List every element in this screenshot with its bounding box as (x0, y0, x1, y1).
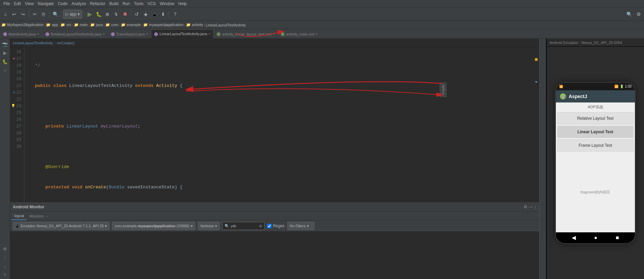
toolbar: ⌂ ↩ ↪ ✂ ⎘ 🔍 ▷ app ▾ ▶ 🐛 ⊕ ↯ ■ ↺ ◈ 📱 ⬇ ? … (0, 7, 644, 21)
verbose-selector[interactable]: Verbose ▾ (198, 222, 220, 230)
phone-btn-relative[interactable]: Relative Layout Test (557, 112, 634, 124)
phone-back-btn[interactable]: ◀ (572, 234, 576, 241)
package-selector[interactable]: com.example.myaspectjapplication (15966)… (112, 222, 195, 230)
menu-window[interactable]: Window (158, 1, 176, 6)
package-chevron: ▾ (191, 224, 193, 228)
toolbar-redo[interactable]: ↪ (19, 10, 27, 18)
scroll-indicator (535, 81, 537, 83)
app-selector[interactable]: ▷ app ▾ (63, 10, 82, 19)
toolbar-cut[interactable]: ✂ (31, 10, 39, 18)
toolbar-undo[interactable]: ↩ (10, 10, 18, 18)
tab-linearlayout[interactable]: ⬤ LinearLayoutTestActivity.java × (151, 29, 213, 38)
menu-navigate[interactable]: Navigate (36, 1, 56, 6)
breadcrumb-app[interactable]: 📁 app (46, 23, 58, 27)
menu-code[interactable]: Code (56, 1, 70, 6)
debug-button[interactable]: 🐛 (95, 10, 103, 18)
settings-button[interactable]: ⚙ (635, 10, 643, 18)
phone-content: AOP实战 Relative Layout Test Linear Layout… (556, 102, 635, 232)
warning-indicator (535, 58, 538, 61)
left-icon-bottom4[interactable]: ? (1, 271, 9, 279)
phone-btn-linear[interactable]: Linear Layout Test (557, 126, 634, 138)
line-num-25: 25 (10, 110, 21, 116)
toolbar-home[interactable]: ⌂ (1, 10, 9, 18)
phone-mockup: 📶 📶 🔋 1:30 🤖 AspectJ AOP实战 Relative Layo… (555, 82, 636, 244)
phone-btn-frame[interactable]: Frame Layout Test (557, 139, 634, 152)
menu-file[interactable]: File (1, 1, 12, 6)
monitor-tab-monitors[interactable]: Monitors → (27, 212, 51, 220)
stop-button[interactable]: ■ (121, 10, 129, 18)
code-editor[interactable]: 16 ●17 18 19 20 21 ◎22 23 💡24 25 26 27 2… (10, 47, 539, 202)
monitor-tab-logcat[interactable]: logcat (11, 212, 27, 220)
monitor-controls: 📱 Emulator Nexus_5X_API_25 Android 7.1.1… (10, 220, 539, 232)
search-everywhere[interactable]: 🔍 (625, 10, 633, 18)
phone-nav-bar: ◀ ● ■ (556, 232, 635, 243)
tab-close-mainactivity[interactable]: × (37, 32, 39, 36)
tab-close-main-xml[interactable]: × (316, 32, 318, 36)
breadcrumb-project[interactable]: 📁 MyAspectJApplication (1, 23, 44, 27)
left-icon-camera[interactable]: 📷 (1, 40, 9, 48)
tab-relativelayout[interactable]: ⬤ RelativeLayoutTestActivity.java × (42, 29, 108, 38)
sdk-manager[interactable]: ⬇ (159, 10, 167, 18)
breadcrumb-activity[interactable]: 📁 activity (186, 23, 203, 27)
help-button[interactable]: ? (171, 10, 179, 18)
tab-linearlayout-xml[interactable]: ⬤ activity_linear_layout_test.xml × (213, 29, 278, 38)
tab-close-traceaspect[interactable]: × (146, 32, 148, 36)
monitor-settings-icon[interactable]: ⚙ (523, 204, 527, 209)
breadcrumb-myaspect[interactable]: 📁 myaspectjapplication (143, 23, 183, 27)
monitor-restore-icon[interactable]: ↕ (535, 204, 537, 209)
editor-breadcrumb-method[interactable]: onCreate() (57, 41, 75, 45)
menu-refactor[interactable]: Refactor (88, 1, 107, 6)
left-icon-bottom3[interactable]: ↓ (1, 262, 9, 270)
regex-checkbox[interactable] (267, 224, 272, 228)
device-selector[interactable]: 📱 Emulator Nexus_5X_API_25 Android 7.1.1… (13, 222, 109, 230)
menu-view[interactable]: View (23, 1, 36, 6)
monitor-tab-logcat-label: logcat (14, 214, 24, 218)
phone-status-icons: 📶 🔋 1:30 (614, 85, 632, 88)
breadcrumb-main[interactable]: 📁 main (74, 23, 88, 27)
monitor-title: Android Monitor (13, 205, 44, 209)
menu-help[interactable]: Help (176, 1, 189, 6)
breadcrumb-src[interactable]: 📁 src (60, 23, 71, 27)
search-clear-icon[interactable]: ⊗ (259, 224, 262, 228)
monitor-close-icon[interactable]: — (529, 204, 533, 209)
phone-recents-btn[interactable]: ■ (616, 235, 619, 241)
left-icon-run[interactable]: ▶ (1, 49, 9, 57)
gradle-button[interactable]: ◈ (141, 10, 150, 18)
left-icon-bottom1[interactable]: ⊕ (1, 245, 9, 253)
code-line-22: protected void onCreate(Bundle savedInst… (27, 184, 537, 191)
search-input[interactable] (231, 224, 258, 228)
menu-run[interactable]: Run (121, 1, 132, 6)
tab-close-linearlayout[interactable]: × (208, 32, 210, 36)
breadcrumb-com[interactable]: 📁 com (105, 23, 118, 27)
no-filters-selector[interactable]: No Filters ▾ (287, 222, 314, 230)
run-with-coverage[interactable]: ⊕ (103, 10, 111, 18)
menu-analyze[interactable]: Analyze (70, 1, 88, 6)
tab-mainactivity[interactable]: ⬤ MainActivity.java × (0, 29, 42, 38)
menu-build[interactable]: Build (107, 1, 121, 6)
menu-vcs[interactable]: VCS (146, 1, 158, 6)
left-icon-favorites[interactable]: ☆ (1, 66, 9, 74)
phone-home-btn[interactable]: ● (594, 235, 597, 241)
tab-main-xml[interactable]: ⬤ activity_main.xml × (278, 29, 321, 38)
breadcrumb-java[interactable]: 📁 java (90, 23, 103, 27)
menu-tools[interactable]: Tools (132, 1, 146, 6)
avd-manager[interactable]: 📱 (150, 10, 158, 18)
tab-close-linearlayout-xml[interactable]: × (273, 32, 275, 36)
monitor-log (10, 232, 539, 279)
left-icon-bottom2[interactable]: ↑ (1, 253, 9, 261)
breadcrumb-class[interactable]: LinearLayoutTestActivity (206, 23, 246, 27)
tab-traceaspect[interactable]: ⬤ TraceAspect.java × (108, 29, 151, 38)
line-num-30: 30 (10, 143, 21, 150)
breadcrumb-example[interactable]: 📁 example (121, 23, 141, 27)
gradle-tab[interactable]: Gradle (440, 83, 446, 97)
sync-button[interactable]: ↺ (133, 10, 141, 18)
attach-debugger[interactable]: ↯ (112, 10, 120, 18)
editor-breadcrumb-class[interactable]: LinearLayoutTestActivity (13, 41, 53, 45)
tab-close-relativelayout[interactable]: × (103, 32, 105, 36)
left-icon-debug[interactable]: 🐛 (1, 57, 9, 66)
toolbar-copy[interactable]: ⎘ (40, 10, 48, 18)
toolbar-find[interactable]: 🔍 (51, 10, 59, 18)
tab-label-linearlayout: LinearLayoutTestActivity.java (159, 32, 207, 36)
menu-edit[interactable]: Edit (12, 1, 23, 6)
run-button[interactable]: ▶ (86, 10, 94, 18)
